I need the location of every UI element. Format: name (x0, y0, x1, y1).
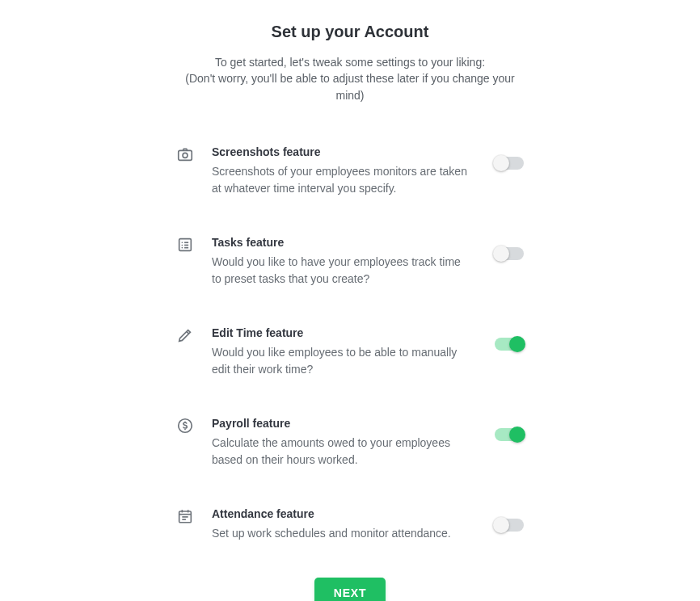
page-title: Set up your Account (156, 23, 544, 41)
pencil-icon (176, 326, 194, 344)
toggle-edit-time[interactable] (495, 338, 524, 351)
feature-text: Payroll feature Calculate the amounts ow… (212, 417, 470, 469)
svg-point-7 (182, 247, 183, 249)
feature-desc: Calculate the amounts owed to your emplo… (212, 435, 470, 469)
toggle-screenshots[interactable] (495, 157, 524, 170)
feature-row-edit-time: Edit Time feature Would you like employe… (176, 326, 524, 378)
calendar-icon (176, 507, 194, 525)
feature-desc: Screenshots of your employees monitors a… (212, 163, 470, 197)
feature-title: Payroll feature (212, 417, 470, 430)
svg-point-3 (182, 242, 183, 243)
feature-title: Screenshots feature (212, 145, 470, 158)
dollar-icon (176, 417, 194, 435)
feature-title: Tasks feature (212, 236, 470, 249)
feature-text: Tasks feature Would you like to have you… (212, 236, 470, 288)
toggle-tasks[interactable] (495, 247, 524, 260)
setup-page: Set up your Account To get started, let'… (156, 0, 544, 601)
svg-point-1 (183, 153, 188, 158)
feature-list: Screenshots feature Screenshots of your … (176, 145, 524, 542)
feature-row-payroll: Payroll feature Calculate the amounts ow… (176, 417, 524, 469)
next-button[interactable]: NEXT (314, 578, 386, 601)
feature-text: Attendance feature Set up work schedules… (212, 507, 470, 542)
page-subtitle: To get started, let's tweak some setting… (156, 54, 544, 103)
feature-title: Attendance feature (212, 507, 470, 520)
toggle-attendance[interactable] (495, 519, 524, 532)
feature-title: Edit Time feature (212, 326, 470, 339)
feature-row-screenshots: Screenshots feature Screenshots of your … (176, 145, 524, 197)
svg-line-9 (187, 331, 189, 334)
feature-text: Edit Time feature Would you like employe… (212, 326, 470, 378)
list-icon (176, 236, 194, 254)
feature-row-attendance: Attendance feature Set up work schedules… (176, 507, 524, 542)
feature-desc: Set up work schedules and monitor attend… (212, 525, 470, 542)
svg-point-5 (182, 245, 183, 246)
toggle-payroll[interactable] (495, 428, 524, 441)
feature-row-tasks: Tasks feature Would you like to have you… (176, 236, 524, 288)
camera-icon (176, 145, 194, 163)
svg-rect-0 (179, 150, 192, 160)
feature-desc: Would you like to have your employees tr… (212, 254, 470, 288)
feature-desc: Would you like employees to be able to m… (212, 344, 470, 378)
feature-text: Screenshots feature Screenshots of your … (212, 145, 470, 197)
